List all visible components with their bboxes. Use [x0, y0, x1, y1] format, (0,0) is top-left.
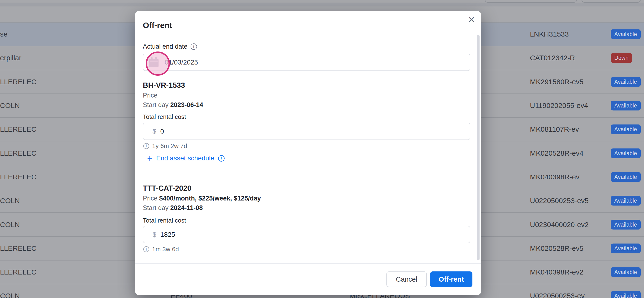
end-asset-schedule-link[interactable]: + End asset schedule i	[147, 154, 224, 162]
asset-price-row: Price $400/month, $225/week, $125/day	[143, 195, 261, 202]
serial-number-cell: U0220500253-ev5	[530, 189, 589, 212]
status-badge: Available	[611, 267, 641, 277]
asset-name: BH-VR-1533	[143, 81, 185, 90]
make-cell-fragment: LLERELEC	[0, 261, 36, 284]
status-badge: Available	[611, 101, 641, 111]
modal-title: Off-rent	[143, 21, 172, 30]
make-cell-fragment: LLERELEC	[0, 118, 36, 141]
off-rent-button[interactable]: Off-rent	[430, 272, 472, 287]
make-cell-fragment: LLERELEC	[0, 142, 36, 165]
serial-number-cell: MK040398R-ev2	[530, 261, 584, 284]
cancel-button[interactable]: Cancel	[386, 272, 427, 287]
make-cell-fragment: erpillar	[0, 46, 22, 70]
serial-number-cell: MK040398R-ev	[530, 165, 579, 189]
status-badge: Available	[611, 196, 641, 206]
toolbar-control-outline	[485, 0, 577, 2]
rental-duration: i 1m 3w 6d	[143, 246, 179, 253]
make-cell-fragment: se	[0, 22, 8, 46]
serial-number-cell: LNKH31533	[530, 22, 569, 46]
status-badge: Available	[611, 77, 641, 87]
status-badge: Available	[611, 291, 641, 298]
status-badge: Available	[611, 172, 641, 182]
info-icon[interactable]: i	[190, 43, 197, 50]
footer-divider	[135, 263, 481, 264]
serial-number-cell: U0220500253-ev	[530, 284, 584, 298]
total-rental-cost-label: Total rental cost	[143, 217, 186, 224]
status-badge: Available	[611, 125, 641, 134]
plus-icon: +	[147, 154, 152, 162]
asset-start-row: Start day 2023-06-14	[143, 101, 203, 109]
total-rental-cost-input[interactable]: $ 0	[143, 123, 470, 140]
serial-number-cell: U0230400020-ev2	[530, 213, 589, 236]
serial-number-cell: MK020528R-ev4	[530, 142, 584, 165]
asset-start-row: Start day 2024-11-08	[143, 204, 203, 212]
section-divider	[143, 174, 470, 174]
make-cell-fragment: COLN	[0, 94, 20, 117]
total-rental-cost-input[interactable]: $ 1825	[143, 226, 470, 243]
info-icon[interactable]: i	[218, 155, 224, 161]
info-icon: i	[143, 246, 149, 252]
off-rent-modal: Off-rent ✕ Actual end date i 01/03/2025 …	[135, 11, 481, 295]
asset-price-row: Price	[143, 92, 158, 99]
actual-end-date-label: Actual end date i	[143, 43, 197, 50]
currency-prefix: $	[152, 128, 156, 135]
serial-number-cell: CAT012342-R	[530, 46, 575, 70]
status-badge: Available	[611, 148, 641, 158]
calendar-icon[interactable]	[147, 56, 160, 69]
status-badge: Down	[611, 53, 632, 63]
serial-number-cell: MK020528R-ev5	[530, 237, 584, 260]
toolbar-control-outline	[582, 0, 641, 2]
serial-number-cell: MK291580R-ev5	[530, 70, 584, 94]
rental-duration: i 1y 6m 2w 7d	[143, 142, 187, 150]
currency-prefix: $	[152, 231, 156, 238]
make-cell-fragment: LLERELEC	[0, 237, 36, 260]
serial-number-cell: MK081107R-ev	[530, 118, 579, 141]
asset-name: TTT-CAT-2020	[143, 184, 191, 193]
make-cell-fragment: COLN	[0, 189, 20, 212]
total-rental-cost-label: Total rental cost	[143, 113, 186, 121]
make-cell-fragment: LLERELEC	[0, 70, 36, 94]
close-icon[interactable]: ✕	[464, 13, 478, 27]
serial-number-cell: U1190202055-ev4	[530, 94, 588, 117]
status-badge: Available	[611, 243, 641, 253]
status-badge: Available	[611, 29, 641, 39]
info-icon: i	[143, 143, 149, 149]
make-cell-fragment: LLERELEC	[0, 165, 36, 189]
actual-end-date-input[interactable]: 01/03/2025	[143, 54, 470, 71]
table-header-band	[0, 2, 644, 6]
date-value: 01/03/2025	[165, 59, 198, 66]
status-badge: Available	[611, 220, 641, 229]
modal-scrollbar[interactable]	[477, 35, 480, 260]
make-cell-fragment: COLN	[0, 213, 20, 236]
make-cell-fragment: COLN	[0, 284, 20, 298]
